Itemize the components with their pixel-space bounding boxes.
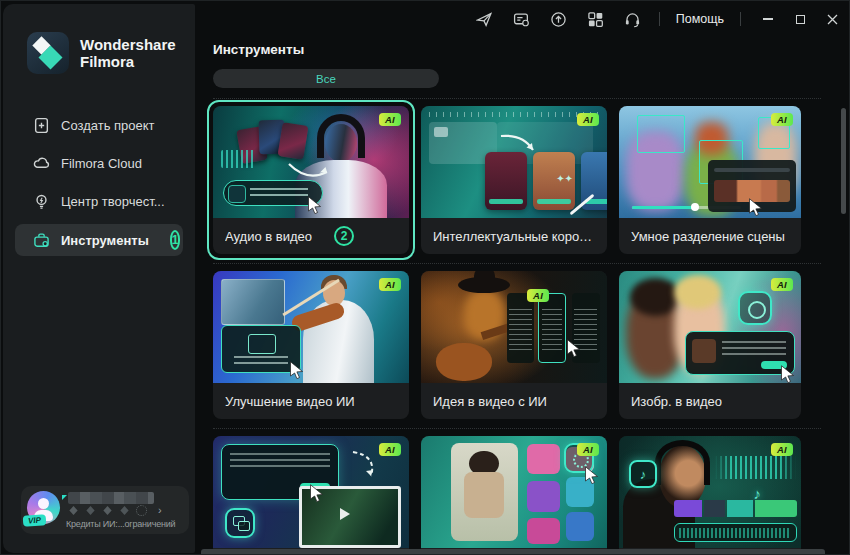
ai-badge: AI: [527, 289, 549, 302]
annotation-circle-2: 2: [334, 226, 354, 246]
card-audio-to-video[interactable]: AI Аудио в видео 2: [213, 106, 409, 254]
ai-credits-label: Кредиты ИИ:...ограничений: [66, 519, 175, 529]
sidebar-item-label: Инструменты: [61, 233, 149, 248]
card-label: Улучшение видео ИИ: [225, 394, 355, 409]
avatar-flag-decor: [62, 495, 67, 500]
ai-badge: AI: [771, 278, 793, 291]
creative-center-icon: [33, 193, 50, 210]
ai-badge: AI: [379, 443, 401, 456]
brand-text: Wondershare Filmora: [80, 36, 176, 70]
sidebar-item-tools[interactable]: Инструменты 1: [15, 224, 183, 256]
ai-badge: AI: [577, 443, 599, 456]
detection-box-decor: [637, 115, 685, 153]
card-label: Аудио в видео: [225, 229, 312, 244]
cursor-icon: [289, 361, 304, 379]
bottom-scrollbar[interactable]: [201, 549, 825, 554]
card-label: Интеллектуальные короткие кл...: [433, 229, 595, 244]
card-photo-filters-ai[interactable]: AI: [421, 436, 607, 555]
badge-icon: [68, 505, 79, 516]
ai-badge: AI: [379, 278, 401, 291]
waveform-decor: [715, 456, 795, 478]
card-text-to-video[interactable]: AI: [213, 436, 409, 555]
before-frame-decor: [221, 279, 285, 325]
row-separator: [213, 98, 821, 99]
card-thumbnail: ✦✦ AI: [421, 106, 607, 218]
filter-variant-decor: [527, 518, 560, 544]
card-thumbnail: AI: [619, 106, 801, 218]
ai-badge: AI: [771, 113, 793, 126]
sidebar-item-label: Filmora Cloud: [61, 156, 142, 171]
thumb-decor: [674, 275, 721, 309]
card-idea-to-video-ai[interactable]: AI Идея в видео с ИИ: [421, 271, 607, 419]
timeline-decor: [674, 500, 798, 517]
card-thumbnail: AI: [213, 271, 409, 383]
ai-badge: AI: [577, 113, 599, 126]
cursor-icon: [584, 466, 599, 484]
cursor-icon: [309, 484, 324, 502]
ai-badge: AI: [379, 113, 401, 126]
script-card-decor: [507, 293, 535, 362]
music-tool-icon: ♪: [629, 460, 657, 488]
thumb-decor: [325, 124, 357, 162]
sidebar-item-create-project[interactable]: Создать проект: [15, 110, 183, 140]
sidebar: Wondershare Filmora Создать проект Filmo…: [3, 4, 195, 553]
username-redacted: [68, 492, 154, 504]
card-video-enhance-ai[interactable]: AI Улучшение видео ИИ: [213, 271, 409, 419]
user-account-panel[interactable]: VIP › Кредиты ИИ:...ограничений: [21, 486, 189, 534]
clip-decor: [485, 152, 527, 210]
filter-all-label: Все: [316, 73, 336, 85]
card-smart-scene-split[interactable]: AI Умное разделение сцены: [619, 106, 801, 254]
card-thumbnail: AI: [619, 271, 801, 383]
cursor-icon: [780, 365, 795, 383]
tools-grid: AI Аудио в видео 2: [213, 106, 801, 555]
vip-badge: VIP: [23, 514, 47, 527]
achievement-badges: ›: [68, 505, 162, 516]
card-thumbnail: AI: [421, 436, 607, 548]
filter-tab-all[interactable]: Все: [213, 69, 439, 88]
card-thumbnail: AI: [213, 106, 409, 218]
sidebar-item-creative-center[interactable]: Центр творчест...: [15, 186, 183, 216]
annotation-circle-1: 1: [170, 230, 181, 250]
card-ai-music[interactable]: ♪ ♪ AI: [619, 436, 801, 555]
badge-icon: [119, 505, 130, 516]
image-tool-icon: [738, 291, 772, 325]
chevron-right-icon[interactable]: ›: [158, 505, 162, 516]
card-smart-short-clips[interactable]: ✦✦ AI Интеллектуальные короткие кл...: [421, 106, 607, 254]
thumb-decor: [436, 343, 492, 381]
cursor-icon: [748, 198, 763, 216]
arrow-decor: [499, 132, 539, 156]
sidebar-item-label: Центр творчест...: [61, 194, 165, 209]
filter-variant-decor: [566, 512, 594, 541]
arrow-decor: [287, 158, 333, 184]
cloud-icon: [33, 155, 50, 172]
filmora-window: Wondershare Filmora Создать проект Filmo…: [0, 0, 850, 555]
brand-line2: Filmora: [80, 53, 176, 70]
filter-variant-decor: [527, 481, 560, 512]
waveform-decor: [221, 150, 255, 168]
card-label: Изобр. в видео: [631, 394, 722, 409]
filmora-logo-icon: [27, 32, 69, 74]
page-title: Инструменты: [213, 42, 304, 57]
headphones-decor: [655, 440, 710, 485]
cursor-icon: [566, 339, 581, 357]
thumb-decor: [458, 277, 510, 294]
sidebar-item-label: Создать проект: [61, 118, 155, 133]
photo-decor: [451, 443, 518, 542]
card-image-to-video[interactable]: AI Изобр. в видео: [619, 271, 801, 419]
new-project-icon: [33, 117, 50, 134]
sparkle-icon: ✦✦: [556, 173, 573, 184]
thumb-decor: [429, 112, 599, 117]
video-tool-icon: [225, 508, 255, 538]
empty-badge-slot-icon: [136, 505, 147, 516]
script-card-decor: [538, 293, 566, 362]
cursor-icon: [307, 196, 322, 214]
audio-track-decor: [674, 523, 798, 542]
main-content: Инструменты Все: [195, 1, 849, 554]
badge-icon: [85, 505, 96, 516]
card-thumbnail: AI: [213, 436, 409, 548]
toolbox-icon: [33, 232, 50, 249]
card-label: Умное разделение сцены: [631, 229, 785, 244]
dashed-arrow-decor: [347, 450, 381, 480]
sidebar-item-filmora-cloud[interactable]: Filmora Cloud: [15, 148, 183, 178]
vertical-scrollbar[interactable]: [841, 108, 846, 214]
